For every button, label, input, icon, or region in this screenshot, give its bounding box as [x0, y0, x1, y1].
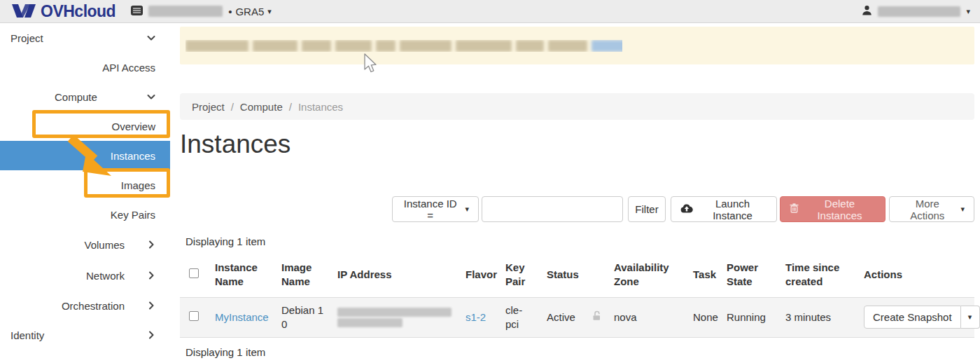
select-all-checkbox[interactable]	[189, 268, 199, 278]
column-header-key-pair: Key Pair	[496, 252, 537, 297]
table-toolbar: Instance ID = ▾ Filter Launch Instance	[392, 196, 974, 222]
launch-instance-button[interactable]: Launch Instance	[671, 196, 777, 222]
top-navbar: OVHcloud • GRA5 ▾ ▾	[0, 0, 980, 23]
sidebar-nav: Project API Access Compute Overview Inst…	[0, 23, 170, 363]
project-switcher[interactable]: • GRA5 ▾	[131, 6, 272, 18]
instances-table: Instance Name Image Name IP Address Flav…	[180, 252, 974, 338]
sidebar-item-label: Project	[10, 32, 43, 44]
breadcrumb-compute[interactable]: Compute	[240, 101, 283, 113]
redacted-username	[878, 6, 960, 17]
chevron-down-icon	[146, 33, 156, 43]
person-icon	[862, 5, 872, 18]
chevron-down-icon: ▾	[960, 205, 965, 213]
status-cell: Active	[537, 297, 582, 338]
redacted-project-id	[148, 6, 223, 17]
delete-instances-button[interactable]: Delete Instances	[780, 196, 886, 222]
sidebar-item-identity[interactable]: Identity	[0, 320, 170, 350]
displaying-count-top: Displaying 1 item	[186, 235, 265, 247]
flavor-link[interactable]: s1-2	[465, 311, 486, 323]
row-checkbox[interactable]	[189, 311, 199, 321]
column-header-time-since-created: Time since created	[776, 252, 854, 297]
task-cell: None	[683, 297, 717, 338]
sidebar-item-label: API Access	[102, 62, 155, 74]
column-header-lock	[582, 252, 604, 297]
sidebar-item-compute[interactable]: Compute	[0, 82, 170, 111]
chevron-down-icon[interactable]: ▾	[267, 8, 272, 15]
sidebar-item-label: Overview	[111, 121, 155, 132]
sidebar-item-instances[interactable]: Instances	[0, 141, 170, 170]
row-actions-dropdown-toggle[interactable]: ▾	[961, 306, 980, 329]
column-header-instance-name: Instance Name	[205, 252, 272, 297]
list-icon	[131, 6, 143, 18]
ip-address-cell	[328, 297, 456, 338]
displaying-count-bottom: Displaying 1 item	[186, 346, 265, 358]
sidebar-item-api-access[interactable]: API Access	[0, 53, 170, 82]
chevron-right-icon	[146, 240, 156, 249]
redacted-ip-line2	[337, 318, 402, 327]
chevron-down-icon: ▾	[968, 313, 972, 321]
sidebar-item-orchestration[interactable]: Orchestration	[0, 291, 170, 320]
column-header-actions: Actions	[854, 252, 974, 297]
redacted-ip-line1	[337, 308, 451, 317]
time-since-created-cell: 3 minutes	[776, 297, 854, 338]
page-title: Instances	[180, 130, 290, 159]
redacted-banner-text	[186, 40, 622, 52]
sidebar-item-volumes[interactable]: Volumes	[0, 229, 170, 260]
breadcrumb-instances: Instances	[298, 101, 343, 113]
sidebar-item-label: Instances	[111, 150, 155, 162]
ovhcloud-logo-icon	[11, 2, 36, 21]
unlock-icon	[592, 311, 602, 323]
sidebar-item-label: Network	[86, 270, 125, 282]
brand-logo[interactable]: OVHcloud	[11, 2, 115, 21]
column-header-power-state: Power State	[717, 252, 776, 297]
region-label[interactable]: GRA5	[235, 6, 264, 18]
row-actions-split-button: Create Snapshot ▾	[864, 306, 980, 329]
actions-cell: Create Snapshot ▾	[854, 297, 974, 338]
breadcrumb-project[interactable]: Project	[192, 101, 225, 113]
column-header-status: Status	[537, 252, 582, 297]
column-header-task: Task	[683, 252, 717, 297]
sidebar-item-label: Orchestration	[62, 300, 125, 312]
table-header-row: Instance Name Image Name IP Address Flav…	[180, 252, 974, 297]
sidebar-item-overview[interactable]: Overview	[0, 111, 170, 141]
column-header-image-name: Image Name	[272, 252, 328, 297]
cloud-upload-icon	[680, 203, 693, 215]
region-separator: •	[228, 6, 232, 18]
column-header-flavor: Flavor	[456, 252, 496, 297]
chevron-right-icon	[146, 270, 156, 280]
instance-name-link[interactable]: MyInstance	[215, 311, 269, 323]
chevron-right-icon	[146, 330, 156, 340]
image-name-cell: Debian 10	[272, 297, 328, 338]
sidebar-item-key-pairs[interactable]: Key Pairs	[0, 200, 170, 229]
trash-icon	[790, 203, 799, 215]
main-content: Project / Compute / Instances Instances …	[170, 23, 980, 363]
table-row: MyInstance Debian 10 s1-2 cle-pci Active	[180, 297, 974, 338]
availability-zone-cell: nova	[604, 297, 683, 338]
column-header-availability-zone: Availability Zone	[604, 252, 683, 297]
filter-input[interactable]	[482, 196, 623, 222]
sidebar-item-label: Identity	[10, 329, 44, 341]
sidebar-item-label: Compute	[55, 91, 97, 103]
sidebar-item-label: Key Pairs	[111, 209, 155, 221]
lock-state-cell	[582, 297, 604, 338]
notification-banner	[180, 27, 974, 64]
chevron-down-icon: ▾	[465, 205, 469, 213]
create-snapshot-button[interactable]: Create Snapshot	[864, 306, 961, 329]
sidebar-item-network[interactable]: Network	[0, 260, 170, 291]
chevron-down-icon	[146, 92, 156, 102]
chevron-down-icon: ▾	[966, 8, 970, 15]
more-actions-button[interactable]: More Actions ▾	[889, 196, 974, 222]
user-menu[interactable]: ▾	[862, 5, 970, 18]
brand-name: OVHcloud	[41, 2, 115, 21]
column-header-ip-address: IP Address	[328, 252, 456, 297]
breadcrumb: Project / Compute / Instances	[180, 93, 974, 120]
filter-field-dropdown[interactable]: Instance ID = ▾	[392, 196, 479, 222]
power-state-cell: Running	[717, 297, 776, 338]
sidebar-item-project[interactable]: Project	[0, 23, 170, 53]
redacted-banner-link[interactable]	[592, 40, 622, 52]
filter-button[interactable]: Filter	[628, 196, 666, 222]
key-pair-cell: cle-pci	[496, 297, 537, 338]
sidebar-item-label: Images	[121, 179, 155, 191]
sidebar-item-images[interactable]: Images	[0, 170, 170, 200]
sidebar-item-label: Volumes	[84, 239, 125, 251]
